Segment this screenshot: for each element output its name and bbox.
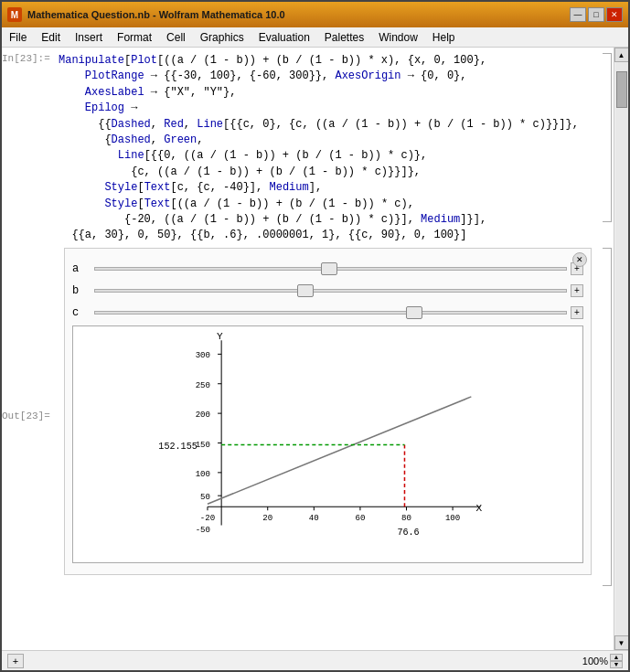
plot-svg: Y X 300 bbox=[73, 326, 582, 562]
svg-text:60: 60 bbox=[355, 513, 365, 523]
menu-evaluation[interactable]: Evaluation bbox=[251, 29, 317, 46]
slider-a-track[interactable] bbox=[94, 267, 567, 271]
menu-insert[interactable]: Insert bbox=[68, 29, 110, 46]
cell-area: In[23]:= Manipulate[Plot[((a / (1 - b)) … bbox=[2, 48, 614, 592]
svg-text:40: 40 bbox=[309, 513, 319, 523]
svg-text:-50: -50 bbox=[196, 524, 210, 534]
menu-help[interactable]: Help bbox=[425, 29, 463, 46]
output-label: Out[23]= bbox=[2, 411, 55, 421]
input-label: In[23]:= bbox=[2, 53, 55, 64]
main-content: In[23]:= Manipulate[Plot[((a / (1 - b)) … bbox=[2, 48, 628, 650]
zoom-area: 100% ▲ ▼ bbox=[582, 654, 623, 668]
title-bar: M Mathematica Question.nb - Wolfram Math… bbox=[2, 2, 628, 27]
slider-c-plus[interactable]: + bbox=[571, 306, 583, 319]
minimize-button[interactable]: — bbox=[570, 7, 586, 22]
menu-file[interactable]: File bbox=[2, 29, 34, 46]
slider-a-thumb[interactable] bbox=[321, 262, 337, 275]
scroll-up-button[interactable]: ▲ bbox=[614, 48, 629, 62]
svg-text:200: 200 bbox=[196, 410, 210, 420]
svg-text:50: 50 bbox=[200, 492, 210, 502]
x-value-label: 76.6 bbox=[397, 527, 419, 537]
svg-text:80: 80 bbox=[401, 513, 411, 523]
input-cell-row: In[23]:= Manipulate[Plot[((a / (1 - b)) … bbox=[2, 51, 614, 246]
window-controls: — □ ✕ bbox=[570, 7, 623, 22]
y-axis-label: Y bbox=[217, 331, 223, 342]
notebook-area[interactable]: In[23]:= Manipulate[Plot[((a / (1 - b)) … bbox=[2, 48, 614, 650]
menu-bar: File Edit Insert Format Cell Graphics Ev… bbox=[2, 27, 628, 48]
slider-b-thumb[interactable] bbox=[297, 284, 314, 297]
menu-palettes[interactable]: Palettes bbox=[317, 29, 371, 46]
menu-format[interactable]: Format bbox=[110, 29, 159, 46]
slider-c-thumb[interactable] bbox=[406, 306, 422, 319]
zoom-in-button[interactable]: ▲ bbox=[610, 654, 623, 661]
app-icon: M bbox=[7, 7, 22, 22]
right-scrollbar: ▲ ▼ bbox=[614, 48, 628, 650]
y-value-label: 152.155 bbox=[158, 441, 197, 451]
svg-text:100: 100 bbox=[445, 513, 460, 523]
menu-edit[interactable]: Edit bbox=[34, 29, 68, 46]
input-code[interactable]: Manipulate[Plot[((a / (1 - b)) + (b / (1… bbox=[55, 51, 601, 246]
svg-text:300: 300 bbox=[196, 350, 210, 360]
menu-graphics[interactable]: Graphics bbox=[193, 29, 251, 46]
svg-text:100: 100 bbox=[196, 469, 210, 479]
window-title: Mathematica Question.nb - Wolfram Mathem… bbox=[27, 9, 570, 20]
input-cell-bracket bbox=[603, 53, 612, 222]
zoom-controls: ▲ ▼ bbox=[610, 654, 623, 668]
zoom-out-button[interactable]: ▼ bbox=[610, 661, 623, 668]
bottom-bar: + 100% ▲ ▼ bbox=[2, 650, 628, 670]
maximize-button[interactable]: □ bbox=[588, 7, 604, 22]
slider-a-row: a + bbox=[72, 260, 583, 278]
svg-text:150: 150 bbox=[196, 439, 210, 449]
scroll-thumb[interactable] bbox=[616, 71, 627, 108]
app-icon-letter: M bbox=[11, 10, 18, 20]
slider-b-row: b + bbox=[72, 282, 583, 300]
bottom-left: + bbox=[7, 654, 35, 668]
manipulate-close-button[interactable]: ✕ bbox=[572, 252, 587, 267]
svg-text:20: 20 bbox=[262, 513, 272, 523]
scroll-track[interactable] bbox=[615, 62, 628, 635]
zoom-label: 100% bbox=[582, 656, 608, 667]
scroll-down-button[interactable]: ▼ bbox=[614, 635, 629, 650]
slider-a-label: a bbox=[72, 262, 91, 275]
output-content: ✕ a + b bbox=[55, 246, 601, 577]
slider-c-track[interactable] bbox=[94, 311, 567, 315]
menu-cell[interactable]: Cell bbox=[159, 29, 193, 46]
slider-b-label: b bbox=[72, 284, 91, 297]
main-window: M Mathematica Question.nb - Wolfram Math… bbox=[0, 0, 630, 672]
svg-text:-20: -20 bbox=[200, 513, 215, 523]
output-cell-row: Out[23]= ✕ a + bbox=[2, 246, 614, 588]
output-cell-bracket bbox=[603, 248, 612, 586]
slider-b-plus[interactable]: + bbox=[571, 284, 583, 297]
plot-area: Y X 300 bbox=[72, 325, 583, 563]
slider-c-row: c + bbox=[72, 304, 583, 322]
add-cell-button[interactable]: + bbox=[7, 654, 24, 668]
x-axis-label: X bbox=[475, 503, 482, 514]
slider-b-track[interactable] bbox=[94, 289, 567, 293]
close-button[interactable]: ✕ bbox=[606, 7, 623, 22]
menu-window[interactable]: Window bbox=[371, 29, 425, 46]
slider-c-label: c bbox=[72, 306, 91, 319]
svg-text:250: 250 bbox=[196, 379, 210, 389]
manipulate-box: ✕ a + b bbox=[64, 248, 592, 575]
